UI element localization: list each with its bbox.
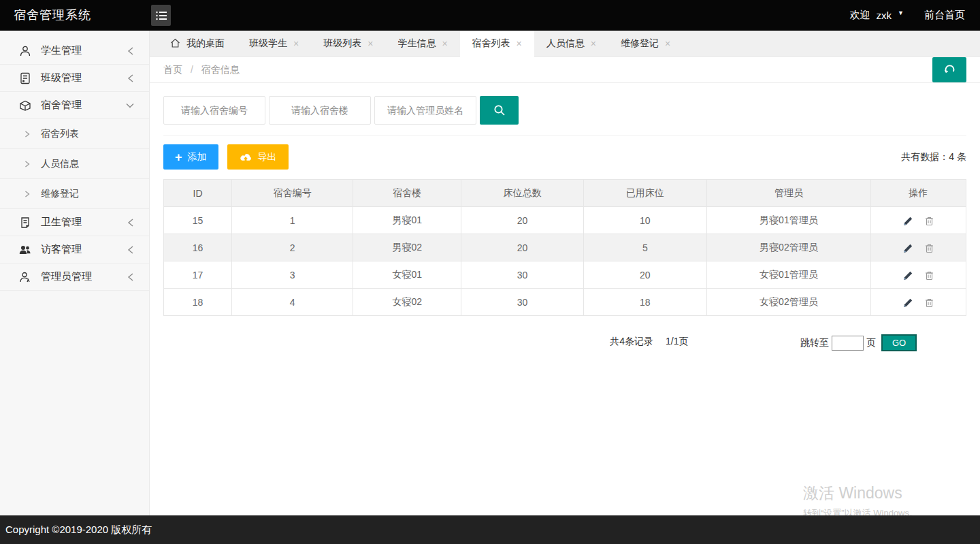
breadcrumb-current: 宿舍信息 xyxy=(201,64,240,75)
cloud-upload-icon xyxy=(239,152,252,163)
sidebar-item-label: 访客管理 xyxy=(41,243,82,256)
tab-dorm-list[interactable]: 宿舍列表 × xyxy=(460,31,534,57)
sidebar-item-classes[interactable]: 班级管理 xyxy=(0,65,149,92)
delete-icon[interactable] xyxy=(925,298,934,308)
hamburger-icon xyxy=(156,11,167,20)
cell-manager: 女寝01管理员 xyxy=(707,261,871,289)
search-button[interactable] xyxy=(480,96,519,125)
cell-used: 10 xyxy=(583,207,707,234)
close-icon[interactable]: × xyxy=(591,38,596,49)
cell-manager: 男寝01管理员 xyxy=(707,207,871,234)
edit-icon[interactable] xyxy=(903,244,913,253)
export-button[interactable]: 导出 xyxy=(227,144,289,170)
refresh-button[interactable] xyxy=(932,57,966,82)
table-row: 17 3 女寝01 30 20 女寝01管理员 xyxy=(164,261,966,289)
close-icon[interactable]: × xyxy=(368,38,373,49)
close-icon[interactable]: × xyxy=(293,38,299,49)
table-row: 15 1 男寝01 20 10 男寝01管理员 xyxy=(164,207,966,234)
col-header-manager: 管理员 xyxy=(707,180,871,207)
edit-icon[interactable] xyxy=(903,298,913,308)
col-header-code: 宿舍编号 xyxy=(232,180,353,207)
chevron-left-icon xyxy=(127,273,134,281)
cell-building: 女寝02 xyxy=(353,289,461,316)
cell-id: 17 xyxy=(164,261,232,289)
sidebar-item-students[interactable]: 学生管理 xyxy=(0,37,149,65)
sidebar-subitem-repairs[interactable]: 维修登记 xyxy=(0,179,149,209)
sidebar-item-visitors[interactable]: 访客管理 xyxy=(0,236,149,263)
refresh-icon xyxy=(944,64,956,76)
tab-class-students[interactable]: 班级学生 × xyxy=(237,31,311,56)
jump-label: 跳转至 xyxy=(800,337,829,349)
sidebar-subitem-dorm-list[interactable]: 宿舍列表 xyxy=(0,119,149,149)
main-panel: 我的桌面 班级学生 × 班级列表 × 学生信息 × 宿舍列表 × 人员信息 × … xyxy=(150,31,980,515)
close-icon[interactable]: × xyxy=(442,38,447,49)
breadcrumb: 首页 / 宿舍信息 xyxy=(163,57,240,82)
tab-student-info[interactable]: 学生信息 × xyxy=(385,31,459,56)
sidebar-item-label: 管理员管理 xyxy=(41,270,92,283)
delete-icon[interactable] xyxy=(925,244,934,253)
cell-manager: 女寝02管理员 xyxy=(707,289,871,316)
app-title: 宿舍管理系统 xyxy=(14,0,91,31)
tab-my-desktop[interactable]: 我的桌面 xyxy=(158,31,237,56)
cell-building: 男寝02 xyxy=(353,234,461,261)
user-menu[interactable]: 欢迎 zxk ▼ xyxy=(850,9,904,22)
tab-label: 学生信息 xyxy=(397,37,436,50)
sidebar-item-label: 宿舍管理 xyxy=(41,99,82,112)
cell-total: 20 xyxy=(461,234,583,261)
tab-bar: 我的桌面 班级学生 × 班级列表 × 学生信息 × 宿舍列表 × 人员信息 × … xyxy=(150,31,980,57)
close-icon[interactable]: × xyxy=(665,38,670,49)
col-header-building: 宿舍楼 xyxy=(353,180,461,207)
sidebar-item-hygiene[interactable]: 卫生管理 xyxy=(0,209,149,236)
visitors-icon xyxy=(19,244,31,256)
sidebar-subitem-label: 宿舍列表 xyxy=(41,128,79,140)
record-summary: 共4条记录 1/1页 xyxy=(610,336,688,348)
copyright-text: Copyright ©2019-2020 版权所有 xyxy=(5,524,152,535)
sidebar-item-dorms[interactable]: 宿舍管理 xyxy=(0,92,149,119)
cell-code: 1 xyxy=(232,207,353,234)
chevron-left-icon xyxy=(127,246,134,254)
sidebar: 学生管理 班级管理 宿舍管理 宿舍列表 xyxy=(0,31,150,515)
cell-manager: 男寝02管理员 xyxy=(707,234,871,261)
cell-code: 2 xyxy=(232,234,353,261)
tab-personnel-info[interactable]: 人员信息 × xyxy=(534,31,608,56)
front-home-link[interactable]: 前台首页 xyxy=(924,9,965,22)
sidebar-toggle-button[interactable] xyxy=(151,5,171,26)
col-header-total-beds: 床位总数 xyxy=(461,180,583,207)
dorm-building-input[interactable] xyxy=(269,96,371,125)
sidebar-item-admins[interactable]: 管理员管理 xyxy=(0,263,149,291)
cell-total: 20 xyxy=(461,207,583,234)
dorm-code-input[interactable] xyxy=(163,96,265,125)
page-unit-label: 页 xyxy=(866,337,876,349)
edit-icon[interactable] xyxy=(903,271,913,281)
col-header-id: ID xyxy=(164,180,232,207)
delete-icon[interactable] xyxy=(925,217,934,226)
manager-name-input[interactable] xyxy=(374,96,476,125)
export-button-label: 导出 xyxy=(258,151,277,163)
cell-id: 15 xyxy=(164,207,232,234)
tab-label: 班级学生 xyxy=(249,37,287,50)
hygiene-doc-icon xyxy=(19,217,31,229)
chevron-left-icon xyxy=(127,219,134,227)
sidebar-item-label: 班级管理 xyxy=(41,71,82,84)
col-header-actions: 操作 xyxy=(870,180,966,207)
sidebar-subitem-personnel[interactable]: 人员信息 xyxy=(0,149,149,179)
tab-label: 人员信息 xyxy=(546,37,585,50)
col-header-used-beds: 已用床位 xyxy=(583,180,707,207)
add-button[interactable]: + 添加 xyxy=(163,144,218,170)
pagination: 共4条记录 1/1页 跳转至 页 GO xyxy=(163,333,966,352)
tab-repair-log[interactable]: 维修登记 × xyxy=(608,31,683,56)
sidebar-subitem-label: 人员信息 xyxy=(41,158,79,170)
search-form xyxy=(163,96,966,125)
page-indicator: 1/1页 xyxy=(666,336,688,347)
breadcrumb-home[interactable]: 首页 xyxy=(163,64,182,75)
user-icon xyxy=(19,45,31,57)
close-icon[interactable]: × xyxy=(517,38,522,49)
cell-used: 20 xyxy=(583,261,707,289)
toolbar: + 添加 导出 共有数据：4 条 xyxy=(163,135,966,170)
chevron-down-icon: ▼ xyxy=(898,10,904,16)
tab-class-list[interactable]: 班级列表 × xyxy=(311,31,385,56)
edit-icon[interactable] xyxy=(903,217,913,226)
go-button[interactable]: GO xyxy=(881,334,917,351)
page-number-input[interactable] xyxy=(832,336,864,351)
delete-icon[interactable] xyxy=(925,271,934,281)
